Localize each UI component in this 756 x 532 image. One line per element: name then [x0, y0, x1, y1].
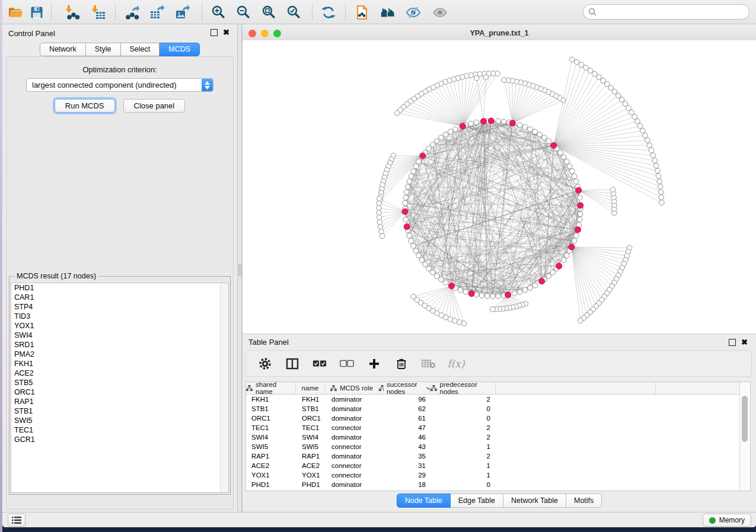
- graph-leaf-node[interactable]: [645, 138, 650, 143]
- graph-node[interactable]: [573, 179, 579, 184]
- graph-node[interactable]: [537, 132, 543, 137]
- graph-leaf-node[interactable]: [659, 200, 665, 206]
- graph-leaf-node[interactable]: [623, 101, 628, 107]
- add-column-icon[interactable]: [367, 357, 381, 371]
- export-network-icon[interactable]: [124, 4, 141, 21]
- graph-leaf-node[interactable]: [592, 71, 598, 76]
- graph-node[interactable]: [517, 289, 522, 294]
- graph-node[interactable]: [443, 280, 448, 286]
- graph-node[interactable]: [419, 258, 425, 263]
- graph-node[interactable]: [443, 132, 448, 137]
- graph-node[interactable]: [458, 287, 463, 293]
- graph-hub-node[interactable]: [578, 203, 583, 209]
- graph-node[interactable]: [558, 150, 563, 155]
- maximize-window-icon[interactable]: [273, 30, 281, 37]
- graph-node[interactable]: [564, 159, 570, 164]
- graph-node[interactable]: [409, 238, 414, 243]
- graph-hub-node[interactable]: [460, 123, 465, 129]
- vertical-splitter[interactable]: [237, 24, 242, 512]
- graph-node[interactable]: [453, 127, 458, 132]
- tab-node-table[interactable]: Node Table: [397, 493, 451, 508]
- graph-leaf-node[interactable]: [659, 195, 664, 200]
- graph-node[interactable]: [434, 274, 439, 279]
- network-canvas[interactable]: [243, 40, 756, 334]
- float-panel-icon[interactable]: [729, 339, 736, 346]
- network-overview-icon[interactable]: [380, 4, 397, 21]
- tab-network[interactable]: Network: [40, 43, 86, 56]
- memory-button[interactable]: Memory: [703, 514, 751, 527]
- graph-node[interactable]: [413, 248, 419, 254]
- graph-hub-node[interactable]: [539, 278, 545, 284]
- mcds-node-item[interactable]: TEC1: [11, 425, 228, 435]
- graph-leaf-node[interactable]: [377, 220, 382, 225]
- graph-leaf-node[interactable]: [474, 75, 480, 81]
- tab-select[interactable]: Select: [121, 43, 160, 56]
- mcds-list-scrollbar[interactable]: [220, 283, 228, 492]
- graph-node[interactable]: [403, 200, 408, 206]
- graph-hub-node[interactable]: [488, 118, 494, 124]
- mcds-node-item[interactable]: STB5: [11, 378, 228, 387]
- graph-node[interactable]: [468, 121, 474, 126]
- import-network-icon[interactable]: [64, 4, 81, 21]
- column-header-mcds-role[interactable]: MCDS role: [325, 382, 379, 394]
- tab-network-table[interactable]: Network Table: [503, 493, 566, 508]
- graph-hub-node[interactable]: [551, 143, 557, 149]
- mcds-node-item[interactable]: SWI4: [11, 331, 228, 340]
- table-row[interactable]: ACE2ACE2connector311: [246, 461, 750, 470]
- graph-node[interactable]: [484, 293, 490, 299]
- graph-node[interactable]: [578, 195, 583, 200]
- graph-hub-node[interactable]: [404, 224, 410, 230]
- column-header-shared-name[interactable]: shared name: [246, 382, 296, 394]
- graph-node[interactable]: [546, 274, 551, 279]
- graph-leaf-node[interactable]: [596, 75, 602, 80]
- graph-node[interactable]: [522, 124, 528, 130]
- zoom-fit-icon[interactable]: [261, 4, 277, 21]
- graph-node[interactable]: [403, 217, 409, 222]
- graph-leaf-node[interactable]: [650, 153, 656, 158]
- tab-motifs[interactable]: Motifs: [566, 493, 602, 508]
- graph-node[interactable]: [570, 169, 575, 174]
- graph-node[interactable]: [528, 127, 533, 132]
- graph-node[interactable]: [496, 118, 501, 124]
- graph-leaf-node[interactable]: [657, 179, 662, 184]
- graph-node[interactable]: [474, 120, 479, 125]
- mcds-node-item[interactable]: GCR1: [11, 435, 228, 444]
- graph-leaf-node[interactable]: [656, 174, 661, 179]
- float-panel-icon[interactable]: [210, 29, 218, 36]
- export-table-icon[interactable]: [149, 4, 165, 21]
- graph-leaf-node[interactable]: [619, 97, 624, 102]
- graph-node[interactable]: [512, 291, 518, 296]
- graph-node[interactable]: [416, 159, 422, 164]
- graph-leaf-node[interactable]: [461, 321, 467, 326]
- graph-leaf-node[interactable]: [377, 196, 382, 201]
- graph-node[interactable]: [411, 243, 416, 249]
- zoom-out-icon[interactable]: [235, 4, 252, 21]
- graph-leaf-node[interactable]: [637, 123, 643, 129]
- graph-leaf-node[interactable]: [604, 82, 610, 87]
- graph-hub-node[interactable]: [556, 263, 562, 269]
- graph-node[interactable]: [403, 195, 409, 200]
- graph-leaf-node[interactable]: [652, 158, 658, 164]
- mcds-node-item[interactable]: TID3: [11, 312, 228, 321]
- tab-edge-table[interactable]: Edge Table: [451, 493, 503, 508]
- graph-node[interactable]: [578, 217, 583, 222]
- graph-node[interactable]: [463, 289, 468, 294]
- graph-node[interactable]: [479, 293, 484, 299]
- search-box[interactable]: [583, 4, 749, 20]
- close-window-icon[interactable]: [248, 30, 256, 37]
- graph-node[interactable]: [561, 155, 566, 160]
- graph-node[interactable]: [561, 258, 566, 263]
- graph-leaf-node[interactable]: [574, 59, 579, 65]
- graph-leaf-node[interactable]: [629, 110, 634, 115]
- mcds-node-item[interactable]: RAP1: [11, 397, 228, 406]
- graph-node[interactable]: [423, 262, 428, 267]
- table-row[interactable]: SWI5SWI5connector431: [246, 442, 750, 451]
- column-header-successor-nodes[interactable]: successor nodes: [379, 382, 430, 394]
- minimize-window-icon[interactable]: [261, 30, 269, 37]
- graph-node[interactable]: [572, 174, 577, 179]
- show-columns-icon[interactable]: [285, 357, 299, 371]
- graph-hub-node[interactable]: [449, 283, 455, 289]
- table-row[interactable]: STB1STB1dominator620: [246, 404, 750, 414]
- graph-leaf-node[interactable]: [610, 187, 615, 193]
- graph-leaf-node[interactable]: [626, 105, 631, 111]
